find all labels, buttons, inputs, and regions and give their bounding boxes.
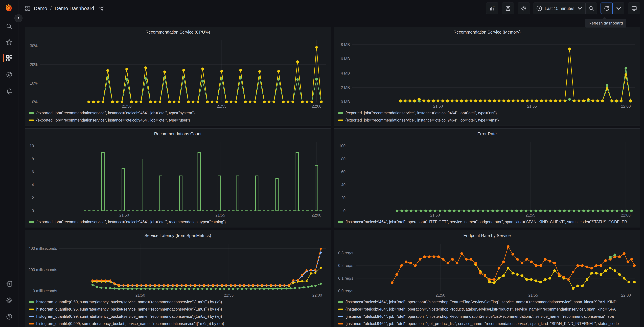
legend-label: histogram_quantile(0.95, sum(rate(latenc… bbox=[36, 307, 222, 312]
svg-text:21:50: 21:50 bbox=[136, 293, 145, 298]
legend-item[interactable]: {exported_job="recommendationservice", i… bbox=[29, 118, 327, 123]
legend-latency: histogram_quantile(0.50, sum(rate(latenc… bbox=[25, 299, 331, 327]
chevron-down-icon bbox=[577, 5, 583, 12]
svg-text:200 milliseconds: 200 milliseconds bbox=[28, 268, 57, 272]
breadcrumb: Demo / Demo Dashboard bbox=[25, 5, 104, 12]
legend-count: {exported_job="recommendationservice", i… bbox=[25, 218, 331, 227]
chart-area-latency[interactable]: 21:5021:5522:000 milliseconds200 millise… bbox=[25, 241, 331, 299]
legend-color-marker bbox=[338, 221, 343, 223]
svg-text:21:55: 21:55 bbox=[527, 104, 537, 108]
svg-text:0: 0 bbox=[32, 209, 34, 213]
breadcrumb-group[interactable]: Demo bbox=[34, 6, 47, 11]
dashboard-settings-button[interactable] bbox=[518, 2, 530, 14]
settings-gear-icon[interactable] bbox=[5, 296, 13, 304]
help-icon[interactable] bbox=[5, 313, 13, 320]
toolbar: Last 15 minutes bbox=[486, 2, 640, 14]
svg-text:60: 60 bbox=[341, 170, 346, 174]
svg-text:10%: 10% bbox=[30, 81, 38, 86]
legend-item[interactable]: histogram_quantile(0.999, sum(rate(laten… bbox=[29, 321, 327, 326]
svg-text:30%: 30% bbox=[30, 44, 38, 48]
svg-text:21:55: 21:55 bbox=[528, 293, 538, 298]
legend-label: histogram_quantile(0.50, sum(rate(latenc… bbox=[36, 300, 222, 304]
svg-text:21:50: 21:50 bbox=[122, 104, 132, 108]
legend-item[interactable]: histogram_quantile(0.50, sum(rate(latenc… bbox=[29, 299, 327, 305]
svg-text:80: 80 bbox=[341, 157, 346, 161]
legend-item[interactable]: histogram_quantile(0.99, sum(rate(latenc… bbox=[29, 314, 327, 319]
starred-icon[interactable] bbox=[5, 38, 13, 46]
save-dashboard-button[interactable] bbox=[502, 2, 514, 14]
dashboard-grid: Recommendation Service (CPU%) 21:5021:55… bbox=[18, 17, 644, 327]
svg-text:0.2 req/s: 0.2 req/s bbox=[338, 264, 354, 268]
clock-icon bbox=[536, 5, 542, 12]
svg-text:21:55: 21:55 bbox=[224, 293, 234, 298]
legend-label: {exported_job="recommendationservice", i… bbox=[36, 220, 226, 224]
legend-color-marker bbox=[29, 301, 34, 303]
panel-endpoint-rate: Endpoint Rate by Service 21:5021:5522:00… bbox=[334, 230, 640, 327]
legend-item[interactable]: histogram_quantile(0.95, sum(rate(latenc… bbox=[29, 306, 327, 312]
svg-text:22:00: 22:00 bbox=[621, 104, 631, 108]
panel-recommendation-cpu: Recommendation Service (CPU%) 21:5021:55… bbox=[25, 27, 331, 126]
svg-text:22:00: 22:00 bbox=[621, 293, 631, 298]
legend-endpoint-rate: {instance="otelcol:9464", job="otel", op… bbox=[334, 299, 640, 327]
legend-color-marker bbox=[338, 323, 343, 324]
svg-text:21:50: 21:50 bbox=[119, 213, 129, 218]
time-controls: Last 15 minutes bbox=[534, 2, 597, 14]
sign-in-icon[interactable] bbox=[5, 280, 13, 288]
svg-text:6 MB: 6 MB bbox=[341, 57, 350, 61]
svg-text:100: 100 bbox=[339, 144, 346, 148]
time-range-picker[interactable]: Last 15 minutes bbox=[534, 2, 586, 14]
svg-text:0: 0 bbox=[343, 209, 346, 213]
svg-text:21:55: 21:55 bbox=[216, 213, 225, 218]
svg-text:8 MB: 8 MB bbox=[341, 42, 350, 47]
panel-title[interactable]: Recommendation Service (CPU%) bbox=[25, 27, 331, 37]
expand-sidebar-button[interactable] bbox=[14, 14, 22, 22]
dashboards-icon[interactable] bbox=[5, 54, 13, 62]
share-icon[interactable] bbox=[98, 6, 104, 11]
chart-area-error-rate[interactable]: 21:5021:5522:00020406080100 bbox=[334, 139, 640, 218]
legend-color-marker bbox=[338, 112, 343, 114]
breadcrumb-dashboard-name[interactable]: Demo Dashboard bbox=[54, 6, 94, 11]
svg-text:0.1 req/s: 0.1 req/s bbox=[338, 276, 354, 280]
legend-color-marker bbox=[29, 221, 34, 223]
svg-text:21:50: 21:50 bbox=[430, 213, 440, 218]
legend-item[interactable]: {instance="otelcol:9464", job="otel", op… bbox=[338, 299, 636, 305]
chart-area-endpoint-rate[interactable]: 21:5021:5522:000.0 req/s0.1 req/s0.2 req… bbox=[334, 241, 640, 299]
panel-title[interactable]: Endpoint Rate by Service bbox=[334, 230, 640, 241]
kiosk-mode-button[interactable] bbox=[628, 2, 640, 14]
sidebar bbox=[0, 0, 18, 327]
panel-title[interactable]: Recommendations Count bbox=[25, 128, 331, 139]
legend-item[interactable]: {instance="otelcol:9464", job="otel", op… bbox=[338, 314, 636, 319]
chart-area-count[interactable]: 21:5021:5522:000246810 bbox=[25, 139, 331, 218]
refresh-controls bbox=[600, 2, 624, 14]
legend-memory: {exported_job="recommendationservice", i… bbox=[334, 110, 640, 126]
zoom-out-time-button[interactable] bbox=[586, 2, 597, 14]
chart-area-memory[interactable]: 21:5021:5522:000 MB2 MB4 MB6 MB8 MB bbox=[334, 37, 640, 110]
svg-text:10: 10 bbox=[30, 144, 34, 148]
legend-item[interactable]: {instance="otelcol:9464", job="otel", op… bbox=[338, 321, 636, 326]
legend-error-rate: {instance="otelcol:9464", job="otel", op… bbox=[334, 218, 640, 227]
legend-color-marker bbox=[338, 316, 343, 317]
legend-label: {instance="otelcol:9464", job="otel", op… bbox=[346, 322, 621, 326]
legend-item[interactable]: {exported_job="recommendationservice", i… bbox=[29, 219, 327, 224]
svg-text:0 milliseconds: 0 milliseconds bbox=[33, 289, 57, 293]
explore-compass-icon[interactable] bbox=[5, 71, 13, 78]
legend-item[interactable]: {instance="otelcol:9464", job="otel", op… bbox=[338, 306, 636, 312]
alerting-bell-icon[interactable] bbox=[5, 87, 13, 95]
svg-text:0 MB: 0 MB bbox=[341, 100, 350, 104]
panel-title[interactable]: Recommendation Service (Memory) bbox=[334, 27, 640, 37]
legend-item[interactable]: {exported_job="recommendationservice", i… bbox=[29, 110, 327, 116]
legend-item[interactable]: {exported_job="recommendationservice", i… bbox=[338, 118, 636, 123]
legend-item[interactable]: {instance="otelcol:9464", job="otel", op… bbox=[338, 219, 636, 224]
refresh-interval-dropdown[interactable] bbox=[613, 2, 624, 14]
panel-title[interactable]: Service Latency (from SpanMetrics) bbox=[25, 230, 331, 241]
legend-item[interactable]: {exported_job="recommendationservice", i… bbox=[338, 110, 636, 116]
chevron-down-icon bbox=[616, 5, 622, 12]
refresh-dashboard-button[interactable] bbox=[600, 2, 613, 14]
svg-text:0.0 req/s: 0.0 req/s bbox=[338, 289, 354, 293]
search-icon[interactable] bbox=[5, 22, 13, 30]
panel-title[interactable]: Error Rate bbox=[334, 128, 640, 139]
chart-area-cpu[interactable]: 21:5021:5522:000%10%20%30% bbox=[25, 37, 331, 110]
legend-color-marker bbox=[29, 120, 34, 121]
grafana-logo[interactable] bbox=[5, 4, 14, 13]
add-panel-button[interactable] bbox=[486, 2, 498, 14]
